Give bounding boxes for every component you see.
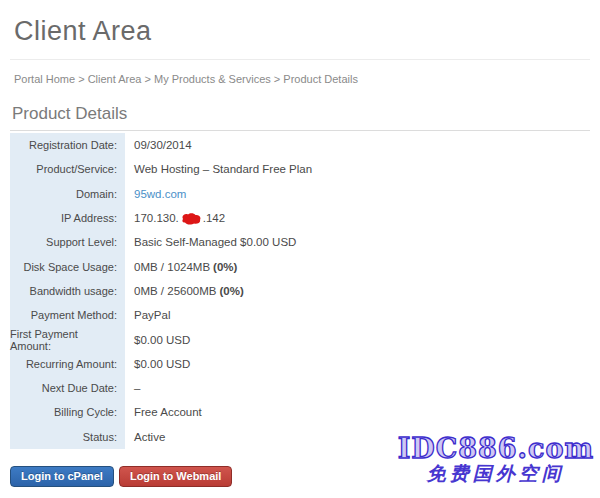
product-details-table: Registration Date:09/30/2014Product/Serv… xyxy=(10,133,590,449)
row-label: IP Address: xyxy=(10,206,125,230)
table-row: Bandwidth usage:0MB / 25600MB(0%) xyxy=(10,279,590,303)
row-label: Payment Method: xyxy=(10,303,125,327)
table-row: First Payment Amount:$0.00 USD xyxy=(10,327,590,351)
row-label: Status: xyxy=(10,425,125,449)
login-to-webmail-button[interactable]: Login to Webmail xyxy=(119,466,232,487)
row-label: Domain: xyxy=(10,182,125,206)
row-value: Web Hosting – Standard Free Plan xyxy=(125,157,312,181)
row-value: – xyxy=(125,376,140,400)
row-label: First Payment Amount: xyxy=(10,327,125,351)
row-value: 09/30/2014 xyxy=(125,133,192,157)
section-title-product-details: Product Details xyxy=(10,104,590,131)
client-area-page: Client Area Portal Home > Client Area > … xyxy=(0,0,600,498)
login-to-cpanel-button[interactable]: Login to cPanel xyxy=(10,466,114,487)
header-divider xyxy=(10,59,590,60)
row-value: $0.00 USD xyxy=(125,352,190,376)
row-label: Billing Cycle: xyxy=(10,400,125,424)
row-value: Active xyxy=(125,425,165,449)
ip-suffix: .142 xyxy=(203,212,225,224)
row-value: Basic Self-Managed $0.00 USD xyxy=(125,230,296,254)
ip-prefix: 170.130. xyxy=(134,212,179,224)
table-row: Product/Service:Web Hosting – Standard F… xyxy=(10,157,590,181)
row-label: Next Due Date: xyxy=(10,376,125,400)
row-value: PayPal xyxy=(125,303,170,327)
row-value: 0MB / 1024MB(0%) xyxy=(125,254,237,278)
breadcrumb[interactable]: Portal Home > Client Area > My Products … xyxy=(14,73,586,85)
redaction-scribble xyxy=(180,212,202,225)
table-row: Domain:95wd.com xyxy=(10,182,590,206)
table-row: Payment Method:PayPal xyxy=(10,303,590,327)
table-row: Disk Space Usage:0MB / 1024MB(0%) xyxy=(10,254,590,278)
watermark-chinese-text: 免费国外空间 xyxy=(398,463,594,484)
watermark: IDC886.com 免费国外空间 xyxy=(398,434,594,484)
table-row: Support Level:Basic Self-Managed $0.00 U… xyxy=(10,230,590,254)
page-title: Client Area xyxy=(10,0,590,47)
watermark-site-text: IDC886.com xyxy=(398,434,594,463)
table-row: Recurring Amount:$0.00 USD xyxy=(10,352,590,376)
table-row: Billing Cycle:Free Account xyxy=(10,400,590,424)
table-row: Registration Date:09/30/2014 xyxy=(10,133,590,157)
row-value: 170.130..142 xyxy=(125,206,225,230)
table-row: Next Due Date:– xyxy=(10,376,590,400)
row-label: Registration Date: xyxy=(10,133,125,157)
table-row: IP Address:170.130..142 xyxy=(10,206,590,230)
domain-link[interactable]: 95wd.com xyxy=(134,188,186,200)
row-label: Recurring Amount: xyxy=(10,352,125,376)
row-label: Support Level: xyxy=(10,230,125,254)
row-label: Bandwidth usage: xyxy=(10,279,125,303)
row-value: 95wd.com xyxy=(125,182,186,206)
row-value: Free Account xyxy=(125,400,202,424)
row-label: Product/Service: xyxy=(10,157,125,181)
row-label: Disk Space Usage: xyxy=(10,254,125,278)
row-value: $0.00 USD xyxy=(125,327,190,351)
row-value: 0MB / 25600MB(0%) xyxy=(125,279,244,303)
